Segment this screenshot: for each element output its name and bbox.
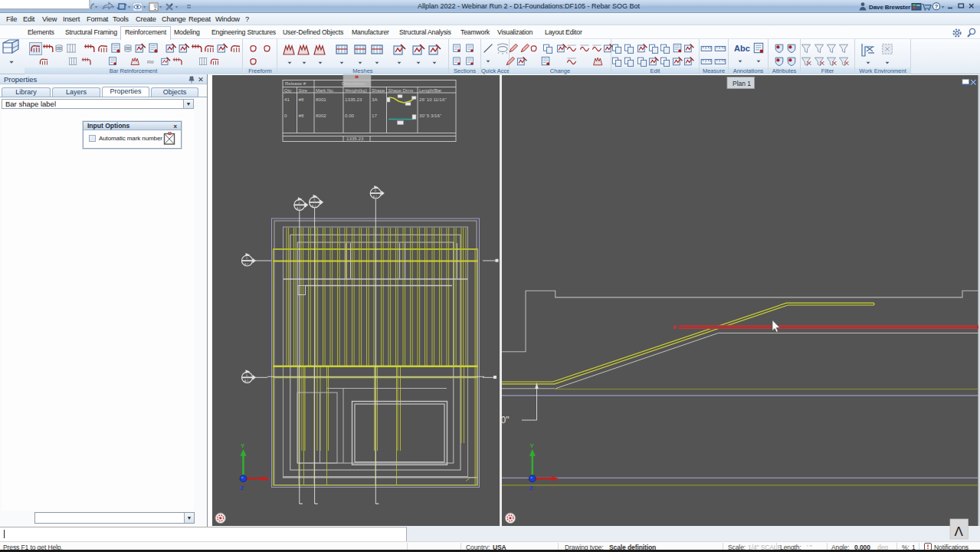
- svg-text:4: 4: [375, 189, 377, 192]
- svg-text:Abc: Abc: [734, 44, 750, 53]
- svg-text:30' 5 3/16": 30' 5 3/16": [419, 113, 441, 118]
- svg-text:RM: RM: [147, 60, 154, 64]
- svg-text:▾: ▾: [159, 5, 162, 9]
- svg-text:A-1: A-1: [312, 205, 316, 208]
- svg-text:Mark No.: Mark No.: [316, 88, 335, 93]
- svg-text:0": 0": [501, 415, 510, 426]
- svg-text:Description: Description: [342, 81, 365, 86]
- svg-text:Dave Brewster: Dave Brewster: [869, 4, 910, 11]
- svg-text:Z: Z: [529, 485, 533, 491]
- svg-text:3: 3: [313, 198, 316, 202]
- svg-text:▾: ▾: [128, 5, 130, 9]
- svg-text:Release #: Release #: [285, 81, 306, 86]
- svg-text:Z: Z: [241, 485, 244, 491]
- svg-text:1335.23: 1335.23: [346, 136, 364, 141]
- svg-text:Y: Y: [529, 442, 534, 449]
- svg-text:Shape: Shape: [372, 88, 385, 93]
- svg-text:3A: 3A: [372, 97, 378, 102]
- svg-text:0: 0: [284, 113, 287, 118]
- svg-text:x: x: [556, 476, 559, 481]
- svg-text:#8: #8: [299, 97, 304, 102]
- svg-text:Plan 1: Plan 1: [733, 80, 751, 87]
- svg-text:8001: 8001: [316, 97, 326, 102]
- svg-text:8002: 8002: [316, 113, 326, 118]
- svg-text:▾: ▾: [942, 5, 944, 9]
- svg-text:A-1: A-1: [297, 207, 301, 210]
- svg-text:?: ?: [935, 3, 939, 10]
- svg-text:5: 5: [246, 256, 248, 260]
- svg-text:▾: ▾: [112, 5, 114, 9]
- svg-text:1335.23: 1335.23: [345, 97, 362, 102]
- svg-text:Length/Bar: Length/Bar: [419, 88, 441, 93]
- svg-text:Y: Y: [241, 442, 245, 449]
- svg-text:2: 2: [298, 201, 300, 205]
- svg-text:Qty: Qty: [284, 88, 291, 93]
- svg-text:6: 6: [246, 373, 248, 377]
- svg-text:x: x: [267, 476, 270, 481]
- svg-text:41: 41: [284, 97, 290, 102]
- svg-text:0.00: 0.00: [345, 113, 355, 118]
- svg-text:A-1: A-1: [244, 380, 249, 383]
- svg-text:17: 17: [372, 113, 377, 118]
- svg-text:▾: ▾: [175, 5, 178, 9]
- svg-text:A-1: A-1: [244, 263, 249, 266]
- svg-text:▾: ▾: [95, 5, 97, 9]
- svg-text:#8: #8: [299, 113, 304, 118]
- svg-text:Weight(kg): Weight(kg): [345, 88, 367, 93]
- svg-text:A-1: A-1: [373, 196, 378, 199]
- svg-text:Shape Dims: Shape Dims: [388, 88, 414, 93]
- svg-text:26' 10 11/16": 26' 10 11/16": [419, 97, 447, 102]
- svg-text:Size: Size: [299, 88, 308, 93]
- svg-text:▾: ▾: [143, 5, 146, 9]
